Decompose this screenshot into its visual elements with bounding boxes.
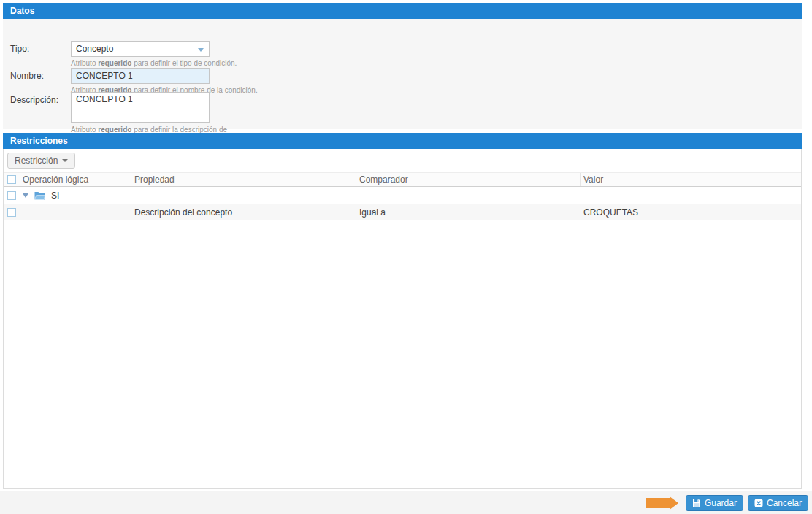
select-all-cell <box>4 173 20 186</box>
group-row-label: SI <box>51 191 59 201</box>
tipo-label: Tipo: <box>10 41 29 57</box>
restricciones-panel-title: Restricciones <box>10 136 68 146</box>
descripcion-label: Descripción: <box>10 92 58 108</box>
condition-editor-page: Datos Tipo: Concepto Atributo requerido … <box>0 0 812 514</box>
cell-comparador: Igual a <box>356 204 581 220</box>
select-all-checkbox[interactable] <box>7 175 16 184</box>
folder-icon <box>34 191 45 200</box>
annotation-arrow-icon <box>646 496 678 510</box>
restriccion-menu-button[interactable]: Restricción <box>7 153 75 169</box>
tipo-select-value: Concepto <box>76 44 113 54</box>
table-row[interactable]: Descripción del concepto Igual a CROQUET… <box>4 204 801 220</box>
datos-panel-title: Datos <box>10 6 34 16</box>
menu-arrow-icon <box>62 159 68 162</box>
column-header-operacion-logica[interactable]: Operación lógica <box>20 173 131 186</box>
guardar-button[interactable]: Guardar <box>686 495 743 511</box>
cancelar-button[interactable]: Cancelar <box>748 495 808 511</box>
guardar-button-label: Guardar <box>705 498 737 508</box>
chevron-down-icon[interactable] <box>198 48 204 52</box>
restrictions-table-header: Operación lógica Propiedad Comparador Va… <box>4 172 801 187</box>
cancel-icon <box>754 499 763 507</box>
save-icon <box>692 499 701 507</box>
group-row-content: SI <box>20 191 801 201</box>
row-checkbox-cell <box>4 208 20 217</box>
tree-expander-icon[interactable] <box>23 193 28 198</box>
tipo-help-text: Atributo requerido para definir el tipo … <box>71 59 237 68</box>
descripcion-textarea[interactable]: CONCEPTO 1 <box>71 92 210 123</box>
cell-valor: CROQUETAS <box>581 204 801 220</box>
tipo-select[interactable]: Concepto <box>71 41 210 57</box>
column-header-valor[interactable]: Valor <box>581 173 801 186</box>
restricciones-panel-body: Restricción Operación lógica Propiedad C… <box>3 149 802 489</box>
group-row-checkbox-cell <box>4 191 20 200</box>
row-checkbox[interactable] <box>7 208 16 217</box>
column-header-comparador[interactable]: Comparador <box>356 173 581 186</box>
datos-panel-body: Tipo: Concepto Atributo requerido para d… <box>3 19 802 128</box>
restricciones-toolbar: Restricción <box>4 149 801 172</box>
footer-toolbar: Guardar Cancelar <box>0 491 812 514</box>
restricciones-panel-header: Restricciones <box>3 133 802 149</box>
cell-propiedad: Descripción del concepto <box>131 204 356 220</box>
datos-panel-header: Datos <box>3 3 802 19</box>
group-row-si[interactable]: SI <box>4 187 801 204</box>
row-checkbox[interactable] <box>7 191 16 200</box>
cancelar-button-label: Cancelar <box>767 498 802 508</box>
nombre-label: Nombre: <box>10 68 44 84</box>
column-header-propiedad[interactable]: Propiedad <box>131 173 356 186</box>
restriccion-menu-label: Restricción <box>15 156 58 166</box>
nombre-input[interactable] <box>71 68 210 84</box>
